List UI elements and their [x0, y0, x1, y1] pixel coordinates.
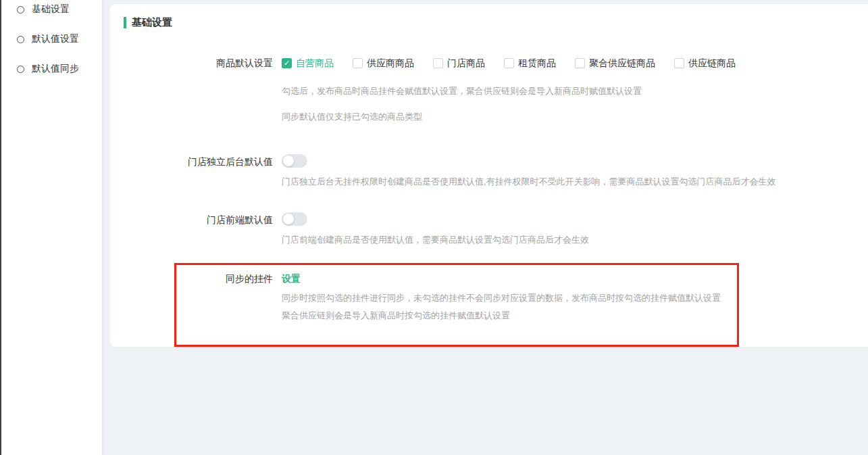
checkbox-icon: ✓ — [353, 58, 363, 68]
checkbox-lease-product[interactable]: ✓ 租赁商品 — [504, 55, 556, 70]
row-label: 商品默认设置 — [110, 55, 273, 70]
section-title-text: 基础设置 — [132, 16, 172, 29]
checkbox-icon: ✓ — [282, 58, 292, 68]
checkbox-store-product[interactable]: ✓ 门店商品 — [433, 55, 485, 70]
row-label: 门店前端默认值 — [110, 212, 273, 227]
sidebar-item-label: 默认值设置 — [32, 33, 79, 45]
sync-widget-settings-link[interactable]: 设置 — [282, 271, 301, 286]
store-frontend-default-toggle[interactable] — [282, 212, 307, 226]
row-label: 同步的挂件 — [110, 271, 273, 286]
checkbox-supply-chain-product[interactable]: ✓ 供应链商品 — [674, 55, 736, 70]
radio-circle-icon — [17, 6, 24, 14]
row-store-frontend-default: 门店前端默认值 — [110, 212, 868, 227]
checkbox-supplier-product[interactable]: ✓ 供应商商品 — [353, 55, 414, 70]
checkbox-icon: ✓ — [504, 58, 514, 68]
hint-product-default-1: 勾选后，发布商品时商品挂件会赋值默认设置，聚合供应链则会是导入新商品时赋值默认设… — [282, 86, 854, 97]
sidebar-item-default-value-settings[interactable]: 默认值设置 — [1, 30, 102, 49]
hint-store-frontend: 门店前端创建商品是否使用默认值，需要商品默认设置勾选门店商品后才会生效 — [282, 235, 854, 245]
hint-store-backend: 门店独立后台无挂件权限时创建商品是否使用默认值,有挂件权限时不受此开关影响，需要… — [282, 176, 854, 187]
row-label: 门店独立后台默认值 — [110, 154, 273, 169]
section-title: 基础设置 — [124, 16, 172, 29]
toggle-knob — [283, 155, 294, 166]
hint-product-default-2: 同步默认值仅支持已勾选的商品类型 — [282, 112, 854, 122]
sidebar-item-basic-settings[interactable]: 基础设置 — [1, 0, 102, 19]
row-store-backend-default: 门店独立后台默认值 — [110, 154, 868, 169]
toggle-knob — [283, 214, 294, 224]
sidebar-item-label: 基础设置 — [32, 3, 70, 16]
checkbox-aggregated-supply-chain-product[interactable]: ✓ 聚合供应链商品 — [575, 55, 655, 70]
checkbox-self-operated-product[interactable]: ✓ 自营商品 — [282, 55, 334, 70]
sidebar-item-default-value-sync[interactable]: 默认值同步 — [1, 59, 102, 78]
store-backend-default-toggle[interactable] — [282, 154, 307, 168]
row-sync-widget: 同步的挂件 设置 — [110, 271, 868, 286]
sidebar-item-label: 默认值同步 — [32, 63, 79, 75]
settings-panel: 基础设置 商品默认设置 ✓ 自营商品 ✓ 供应商商品 ✓ 门店商品 ✓ — [110, 4, 868, 347]
hint-sync-widget-2: 聚合供应链则会是导入新商品时按勾选的挂件赋值默认设置 — [282, 310, 854, 321]
checkbox-icon: ✓ — [433, 58, 443, 68]
product-type-checkbox-group: ✓ 自营商品 ✓ 供应商商品 ✓ 门店商品 ✓ 租赁商品 ✓ 聚合供应链商品 — [282, 55, 736, 70]
checkbox-icon: ✓ — [674, 58, 684, 68]
settings-sidebar: 基础设置 默认值设置 默认值同步 — [1, 0, 102, 455]
radio-circle-icon — [17, 66, 24, 73]
title-accent-bar — [124, 17, 126, 28]
row-product-default: 商品默认设置 ✓ 自营商品 ✓ 供应商商品 ✓ 门店商品 ✓ 租赁商品 — [110, 55, 868, 70]
radio-circle-icon — [17, 36, 24, 43]
check-icon: ✓ — [284, 59, 290, 66]
hint-sync-widget-1: 同步时按照勾选的挂件进行同步，未勾选的挂件不会同步对应设置的数据，发布商品时按勾… — [282, 293, 854, 304]
checkbox-icon: ✓ — [575, 58, 585, 68]
